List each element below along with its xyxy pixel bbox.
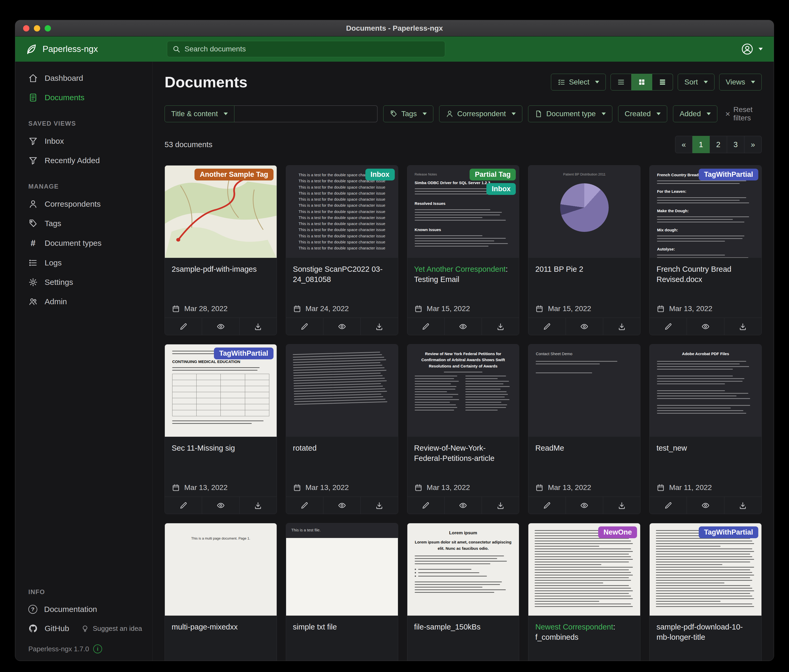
edit-button[interactable] bbox=[165, 318, 202, 335]
sidebar-item-github[interactable]: GitHub bbox=[15, 619, 77, 638]
sidebar-item-tags[interactable]: Tags bbox=[15, 214, 152, 233]
minimize-window-button[interactable] bbox=[34, 25, 40, 32]
tag-pill[interactable]: Another Sample Tag bbox=[195, 169, 273, 180]
correspondent-link[interactable]: Newest Correspondent bbox=[535, 623, 613, 631]
edit-button[interactable] bbox=[650, 497, 687, 514]
download-button[interactable] bbox=[724, 318, 762, 335]
view-button[interactable] bbox=[202, 497, 239, 514]
brand[interactable]: Paperless-ngx bbox=[25, 43, 149, 55]
document-thumbnail[interactable]: Lorem ipsumLorem ipsum dolor sit amet, c… bbox=[407, 523, 519, 616]
download-button[interactable] bbox=[724, 497, 762, 514]
sort-button[interactable]: Sort bbox=[678, 74, 714, 91]
document-thumbnail[interactable]: TagWithPartial bbox=[650, 523, 762, 616]
view-button[interactable] bbox=[444, 497, 482, 514]
view-button[interactable] bbox=[565, 497, 603, 514]
document-thumbnail[interactable] bbox=[286, 344, 398, 437]
tag-pill[interactable]: Partial Tag bbox=[470, 169, 516, 180]
tag-pill[interactable]: TagWithPartial bbox=[699, 169, 758, 180]
tag-pill[interactable]: TagWithPartial bbox=[214, 347, 273, 359]
download-button[interactable] bbox=[482, 497, 519, 514]
document-thumbnail[interactable]: Inbox This is a test for the double spac… bbox=[286, 166, 398, 258]
download-button[interactable] bbox=[603, 497, 640, 514]
correspondent-link[interactable]: Yet Another Correspondent bbox=[414, 265, 506, 273]
document-title[interactable]: simple txt file bbox=[293, 622, 391, 632]
download-button[interactable] bbox=[240, 497, 277, 514]
sidebar-item-inbox[interactable]: Inbox bbox=[15, 131, 152, 151]
pagination-page-2[interactable]: 2 bbox=[710, 136, 727, 153]
tag-pill[interactable]: Inbox bbox=[486, 183, 516, 195]
view-button[interactable] bbox=[565, 318, 603, 335]
document-title[interactable]: file-sample_150kBs bbox=[414, 622, 512, 632]
tag-pill[interactable]: NewOne bbox=[598, 526, 637, 538]
view-button[interactable] bbox=[323, 497, 360, 514]
document-thumbnail[interactable]: Partial TagInbox Release NotesSimba ODBC… bbox=[407, 166, 519, 258]
document-thumbnail[interactable]: This is a multi page document. Page 1. bbox=[165, 523, 277, 616]
download-button[interactable] bbox=[360, 497, 398, 514]
document-title[interactable]: 2011 BP Pie 2 bbox=[535, 264, 633, 274]
user-menu[interactable] bbox=[741, 43, 763, 55]
view-button[interactable] bbox=[444, 318, 482, 335]
edit-button[interactable] bbox=[529, 318, 565, 335]
document-thumbnail[interactable]: TagWithPartial French Country BreadFor t… bbox=[650, 166, 762, 258]
download-button[interactable] bbox=[603, 318, 640, 335]
document-type-filter-button[interactable]: Document type bbox=[528, 105, 612, 122]
info-icon[interactable]: i bbox=[93, 645, 102, 653]
search-input[interactable] bbox=[185, 45, 440, 53]
sidebar-item-logs[interactable]: Logs bbox=[15, 253, 152, 272]
document-thumbnail[interactable]: Another Sample Tag bbox=[165, 166, 277, 258]
download-button[interactable] bbox=[240, 318, 277, 335]
tag-pill[interactable]: Inbox bbox=[365, 169, 395, 180]
pagination-page-3[interactable]: 3 bbox=[727, 136, 744, 153]
sidebar-item-suggest-idea[interactable]: Suggest an idea bbox=[77, 619, 150, 638]
view-button[interactable] bbox=[687, 497, 724, 514]
document-thumbnail[interactable]: Adobe Acrobat PDF Files bbox=[650, 344, 762, 437]
tags-filter-button[interactable]: Tags bbox=[383, 105, 433, 122]
views-button[interactable]: Views bbox=[719, 74, 762, 91]
edit-button[interactable] bbox=[650, 318, 687, 335]
created-filter-button[interactable]: Created bbox=[618, 105, 668, 122]
pagination-next[interactable]: » bbox=[744, 136, 762, 153]
sidebar-item-document-types[interactable]: # Document types bbox=[15, 233, 152, 253]
document-title[interactable]: French Country Bread Revised.docx bbox=[656, 264, 755, 285]
tag-pill[interactable]: TagWithPartial bbox=[699, 526, 758, 538]
sidebar-item-documents[interactable]: Documents bbox=[15, 88, 152, 107]
edit-button[interactable] bbox=[407, 497, 444, 514]
pagination-page-1[interactable]: 1 bbox=[692, 136, 710, 153]
view-button[interactable] bbox=[687, 318, 724, 335]
document-title[interactable]: Yet Another Correspondent: Testing Email bbox=[414, 264, 512, 285]
reset-filters-button[interactable]: × Reset filters bbox=[725, 105, 762, 122]
document-title[interactable]: ReadMe bbox=[535, 443, 633, 453]
edit-button[interactable] bbox=[286, 497, 323, 514]
document-title[interactable]: Review-of-New-York-Federal-Petitions-art… bbox=[414, 443, 512, 463]
grid-view-button[interactable] bbox=[631, 74, 652, 91]
document-title[interactable]: sample-pdf-download-10-mb-longer-title bbox=[656, 622, 755, 642]
document-title[interactable]: test_new bbox=[656, 443, 755, 453]
edit-button[interactable] bbox=[286, 318, 323, 335]
download-button[interactable] bbox=[482, 318, 519, 335]
edit-button[interactable] bbox=[529, 497, 565, 514]
document-title[interactable]: multi-page-mixedxx bbox=[172, 622, 270, 632]
document-title[interactable]: Newest Correspondent: f_combineds bbox=[535, 622, 633, 642]
zoom-window-button[interactable] bbox=[45, 25, 51, 32]
filter-query-input[interactable] bbox=[235, 105, 377, 122]
document-title[interactable]: Sonstige ScanPC2022 03-24_081058 bbox=[293, 264, 391, 285]
document-thumbnail[interactable]: NewOne bbox=[529, 523, 640, 616]
document-thumbnail[interactable]: Contact Sheet Demo bbox=[529, 344, 640, 437]
added-filter-button[interactable]: Added bbox=[673, 105, 717, 122]
detail-view-button[interactable] bbox=[652, 74, 673, 91]
list-view-button[interactable] bbox=[610, 74, 631, 91]
title-content-dropdown[interactable]: Title & content bbox=[165, 105, 235, 122]
close-window-button[interactable] bbox=[23, 25, 29, 32]
edit-button[interactable] bbox=[165, 497, 202, 514]
correspondent-filter-button[interactable]: Correspondent bbox=[439, 105, 522, 122]
view-button[interactable] bbox=[202, 318, 239, 335]
sidebar-item-documentation[interactable]: ? Documentation bbox=[15, 600, 152, 619]
sidebar-item-recently-added[interactable]: Recently Added bbox=[15, 151, 152, 170]
document-thumbnail[interactable]: Review of New York Federal Petitions for… bbox=[407, 344, 519, 437]
pagination-prev[interactable]: « bbox=[675, 136, 692, 153]
download-button[interactable] bbox=[360, 318, 398, 335]
document-title[interactable]: 2sample-pdf-with-images bbox=[172, 264, 270, 274]
sidebar-item-correspondents[interactable]: Correspondents bbox=[15, 194, 152, 214]
document-thumbnail[interactable]: Patient BP Distribution 2011 bbox=[529, 166, 640, 258]
sidebar-item-admin[interactable]: Admin bbox=[15, 292, 152, 311]
